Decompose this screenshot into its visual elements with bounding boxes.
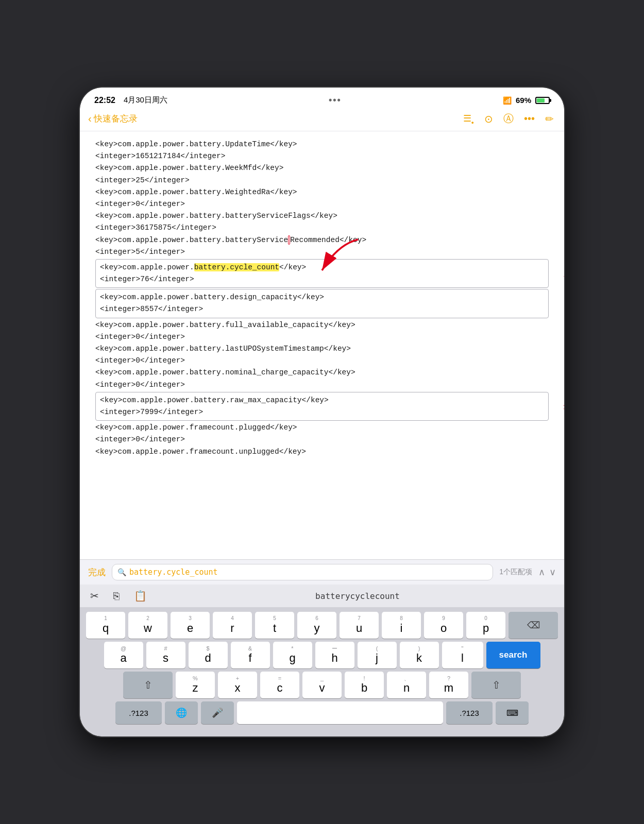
key-d[interactable]: $d [189,642,228,668]
draw-circle-icon[interactable]: Ⓐ [503,112,514,126]
key-x[interactable]: +x [218,672,257,698]
keyboard-row-4: .?123 🌐 🎤 .?123 ⌨ [80,698,564,736]
space-key[interactable] [237,701,443,724]
search-button[interactable]: search [486,642,540,668]
key-k[interactable]: )k [400,642,439,668]
note-line: <integer>1651217184</integer> [95,150,549,162]
note-line: <integer>0</integer> [95,331,549,343]
search-highlight: battery.cycle_count [194,263,279,271]
key-j[interactable]: (j [358,642,397,668]
key-o[interactable]: 9o [424,612,463,639]
notes-content: <key>com.apple.power.battery.UpdateTime<… [80,131,564,559]
search-input-area[interactable]: 🔍 battery.cycle_count [112,564,493,580]
note-line: <key>com.apple.power.framecount.unplugge… [95,446,549,458]
keyboard-row-2: @a #s $d &f *g ーh (j )k "l search [80,639,564,668]
key-y[interactable]: 6y [297,612,336,639]
next-match-button[interactable]: ∨ [549,566,556,578]
delete-key[interactable]: ⌫ [509,612,558,639]
compose-icon[interactable]: ✏ [545,113,554,125]
key-v[interactable]: _v [302,672,342,698]
camera-icon[interactable]: ⊙ [484,113,493,125]
battery-percent: 69% [516,96,531,105]
key-a[interactable]: @a [104,642,143,668]
back-label: 快速备忘录 [94,113,138,125]
search-query: battery.cycle_count [129,568,487,577]
key-m[interactable]: ?m [429,672,468,698]
status-date: 4月30日周六 [124,95,167,105]
note-line: <key>com.apple.power.battery.WeightedRa<… [95,186,549,198]
note-line: <integer>0</integer> [95,198,549,210]
numbers-right-key[interactable]: .?123 [446,701,493,724]
more-options-icon[interactable]: ••• [524,113,535,125]
raw-max-capacity-block: <key>com.apple.power.battery.raw_max_cap… [95,392,549,421]
note-line: <integer>25</integer> [95,175,549,186]
key-t[interactable]: 5t [255,612,294,639]
key-h[interactable]: ーh [315,642,354,668]
key-z[interactable]: %z [176,672,215,698]
search-bar: 完成 🔍 battery.cycle_count 1个匹配项 ∧ ∨ [80,559,564,585]
key-p[interactable]: 0p [466,612,505,639]
shift-right-key[interactable]: ⇧ [471,672,521,698]
mic-key[interactable]: 🎤 [201,701,234,724]
search-nav-arrows: ∧ ∨ [538,566,556,578]
prev-match-button[interactable]: ∧ [538,566,545,578]
key-q[interactable]: 1q [86,612,125,639]
keyboard: 1q 2w 3e 4r 5t 6y 7u 8i 9o 0p ⌫ @a #s $d… [80,608,564,736]
key-f[interactable]: &f [231,642,270,668]
match-count: 1个匹配项 [499,568,532,577]
note-line: <integer>0</integer> [95,434,549,445]
key-g[interactable]: *g [273,642,312,668]
key-b[interactable]: !b [345,672,384,698]
note-line: <key>com.apple.power.battery.UpdateTime<… [95,139,549,150]
back-button[interactable]: ‹ 快速备忘录 [88,113,138,125]
numbers-left-key[interactable]: .?123 [115,701,162,724]
note-line: <key>com.apple.power.framecount.plugged<… [95,422,549,434]
keyboard-row-3: ⇧ %z +x =c _v !b 、n ?m ⇧ [80,668,564,698]
note-line: <key>com.apple.power.battery.nominal_cha… [95,367,549,379]
ipad-device: 22:52 4月30日周六 ••• 📶 69% ‹ 快速备忘录 ☰● ⊙ [80,88,564,736]
cycle-count-annotation: 充电周期次数 [564,267,564,280]
key-w[interactable]: 2w [128,612,167,639]
back-chevron-icon: ‹ [88,113,92,125]
paste-icon[interactable]: 📋 [134,590,147,602]
wifi-icon: 📶 [503,96,512,105]
note-line: <integer>0</integer> [95,355,549,367]
design-capacity-annotation: 电池设计容量 [564,297,564,310]
note-line: <integer>36175875</integer> [95,222,549,234]
key-l[interactable]: "l [442,642,483,668]
key-n[interactable]: 、n [387,672,426,698]
status-bar: 22:52 4月30日周六 ••• 📶 69% [80,88,564,109]
note-line: <key>com.apple.power.battery.lastUPOSyst… [95,343,549,355]
note-line: <integer>0</integer> [95,379,549,391]
design-capacity-block: <key>com.apple.power.battery.design_capa… [95,289,549,318]
note-line: <key>com.apple.power.battery.full_availa… [95,319,549,331]
key-i[interactable]: 8i [382,612,421,639]
hide-keyboard-key[interactable]: ⌨ [496,701,529,724]
key-r[interactable]: 4r [213,612,252,639]
status-dots: ••• [329,95,342,106]
person-list-icon[interactable]: ☰● [463,113,474,125]
key-s[interactable]: #s [146,642,185,668]
raw-max-annotation: 最大电池容量 [564,400,564,413]
search-icon: 🔍 [117,568,126,576]
status-time: 22:52 [94,96,115,105]
cut-icon[interactable]: ✂ [90,590,99,602]
clipboard-text: batterycyclecount [161,591,554,601]
done-button[interactable]: 完成 [88,566,106,578]
clipboard-bar: ✂ ⎘ 📋 batterycyclecount [80,585,564,608]
key-u[interactable]: 7u [340,612,379,639]
key-c[interactable]: =c [260,672,299,698]
keyboard-row-1: 1q 2w 3e 4r 5t 6y 7u 8i 9o 0p ⌫ [80,608,564,639]
search-btn-label: search [499,650,528,660]
copy-icon[interactable]: ⎘ [113,590,120,602]
globe-key[interactable]: 🌐 [165,701,198,724]
red-arrow [307,234,368,291]
top-nav: ‹ 快速备忘录 ☰● ⊙ Ⓐ ••• ✏ [80,109,564,131]
shift-left-key[interactable]: ⇧ [123,672,173,698]
battery-icon [535,97,550,104]
note-line: <key>com.apple.power.battery.batteryServ… [95,210,549,222]
key-e[interactable]: 3e [171,612,210,639]
note-line: <key>com.apple.power.battery.WeekMfd</ke… [95,162,549,174]
